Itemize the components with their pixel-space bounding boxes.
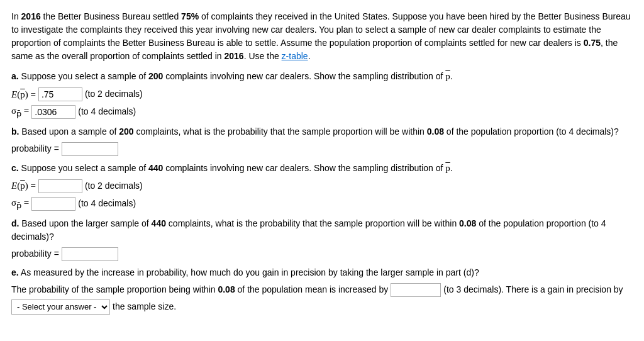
section-b: b. Based upon a sample of 200 complaints… xyxy=(11,125,633,156)
section-b-label: b. xyxy=(11,126,19,137)
section-d-label: d. xyxy=(11,218,19,228)
sigma-hint-c: (to 4 decimals) xyxy=(78,197,136,210)
section-d: d. Based upon the larger sample of 440 c… xyxy=(11,217,633,261)
increase-input[interactable] xyxy=(391,283,441,297)
ep-line-a: E(p) = (to 2 decimals) xyxy=(11,87,633,102)
year-2016-2: 2016 xyxy=(225,51,244,61)
section-c-question: c. Suppose you select a sample of 440 co… xyxy=(11,161,633,176)
section-c-label: c. xyxy=(11,163,19,173)
prob-line-d: probability = xyxy=(11,247,633,261)
value-075: 0.75 xyxy=(584,38,601,48)
section-e-select-line: - Select your answer - increasing decrea… xyxy=(11,299,633,315)
bottom-text1: The probability of the sample proportion… xyxy=(11,283,388,296)
ztable-link[interactable]: z-table xyxy=(282,51,308,61)
select-answer-dropdown[interactable]: - Select your answer - increasing decrea… xyxy=(11,299,110,315)
prob-input-b[interactable] xyxy=(62,142,118,156)
section-d-question: d. Based upon the larger sample of 440 c… xyxy=(11,217,633,243)
sigma-line-c: σp̄ = (to 4 decimals) xyxy=(11,196,633,212)
ep-line-c: E(p) = (to 2 decimals) xyxy=(11,179,633,193)
bottom-hint: (to 3 decimals). There is a gain in prec… xyxy=(443,283,623,296)
intro-text-line1: In 2016 the Better Business Bureau settl… xyxy=(11,11,631,61)
ep-hint-c: (to 2 decimals) xyxy=(85,179,143,193)
section-e-bottom: The probability of the sample proportion… xyxy=(11,283,633,297)
prob-input-d[interactable] xyxy=(62,247,118,261)
bottom-text2: the sample size. xyxy=(113,300,176,313)
sigma-line-a: σp̄ = (to 4 decimals) xyxy=(11,104,633,120)
sigma-input-c[interactable] xyxy=(31,197,75,211)
prob-line-b: probability = xyxy=(11,142,633,156)
ep-label-a: E(p) = xyxy=(11,87,36,102)
sigma-hint-a: (to 4 decimals) xyxy=(78,105,136,118)
sigma-label-a: σp̄ = xyxy=(11,104,29,120)
section-a-question: a. Suppose you select a sample of 200 co… xyxy=(11,69,633,84)
section-b-question: b. Based upon a sample of 200 complaints… xyxy=(11,125,633,138)
section-c: c. Suppose you select a sample of 440 co… xyxy=(11,161,633,212)
section-e: e. As measured by the increase in probab… xyxy=(11,266,633,315)
prob-label-b: probability = xyxy=(11,142,59,155)
ep-input-a[interactable] xyxy=(38,87,82,101)
ep-input-c[interactable] xyxy=(38,179,82,193)
sigma-label-c: σp̄ = xyxy=(11,196,29,212)
section-a-label: a. xyxy=(11,71,19,81)
percent-75: 75% xyxy=(181,11,199,21)
sigma-input-a[interactable] xyxy=(31,105,75,119)
section-a: a. Suppose you select a sample of 200 co… xyxy=(11,69,633,120)
ep-label-c: E(p) = xyxy=(11,179,36,193)
prob-label-d: probability = xyxy=(11,247,59,260)
intro-paragraph: In 2016 the Better Business Bureau settl… xyxy=(11,10,633,63)
year-2016: 2016 xyxy=(21,11,41,21)
section-e-question: e. As measured by the increase in probab… xyxy=(11,266,633,279)
section-e-label: e. xyxy=(11,267,19,277)
ep-hint-a: (to 2 decimals) xyxy=(85,87,143,101)
